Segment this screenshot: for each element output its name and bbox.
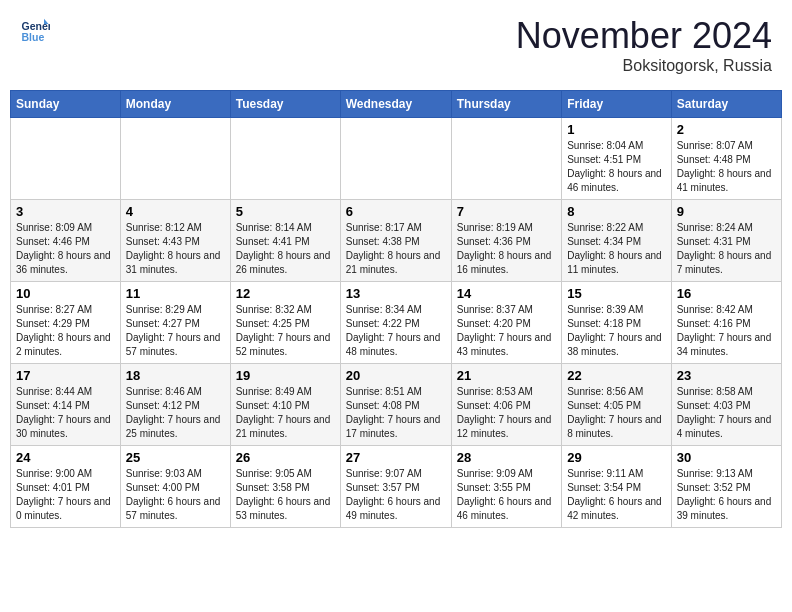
calendar-cell: 4Sunrise: 8:12 AM Sunset: 4:43 PM Daylig…	[120, 200, 230, 282]
day-info: Sunrise: 9:05 AM Sunset: 3:58 PM Dayligh…	[236, 467, 335, 523]
day-number: 10	[16, 286, 115, 301]
calendar-cell: 13Sunrise: 8:34 AM Sunset: 4:22 PM Dayli…	[340, 282, 451, 364]
calendar-week-row: 17Sunrise: 8:44 AM Sunset: 4:14 PM Dayli…	[11, 364, 782, 446]
calendar-week-row: 10Sunrise: 8:27 AM Sunset: 4:29 PM Dayli…	[11, 282, 782, 364]
calendar-cell: 18Sunrise: 8:46 AM Sunset: 4:12 PM Dayli…	[120, 364, 230, 446]
day-info: Sunrise: 8:46 AM Sunset: 4:12 PM Dayligh…	[126, 385, 225, 441]
calendar-cell	[11, 118, 121, 200]
day-info: Sunrise: 8:17 AM Sunset: 4:38 PM Dayligh…	[346, 221, 446, 277]
day-number: 22	[567, 368, 666, 383]
day-info: Sunrise: 9:09 AM Sunset: 3:55 PM Dayligh…	[457, 467, 556, 523]
calendar-header-row: SundayMondayTuesdayWednesdayThursdayFrid…	[11, 91, 782, 118]
calendar-cell: 24Sunrise: 9:00 AM Sunset: 4:01 PM Dayli…	[11, 446, 121, 528]
day-number: 11	[126, 286, 225, 301]
day-number: 18	[126, 368, 225, 383]
day-info: Sunrise: 8:32 AM Sunset: 4:25 PM Dayligh…	[236, 303, 335, 359]
day-number: 6	[346, 204, 446, 219]
day-number: 29	[567, 450, 666, 465]
page-header: General Blue November 2024 Boksitogorsk,…	[10, 10, 782, 80]
day-info: Sunrise: 8:29 AM Sunset: 4:27 PM Dayligh…	[126, 303, 225, 359]
day-number: 2	[677, 122, 776, 137]
calendar-cell: 23Sunrise: 8:58 AM Sunset: 4:03 PM Dayli…	[671, 364, 781, 446]
day-number: 7	[457, 204, 556, 219]
calendar-cell: 27Sunrise: 9:07 AM Sunset: 3:57 PM Dayli…	[340, 446, 451, 528]
day-info: Sunrise: 8:09 AM Sunset: 4:46 PM Dayligh…	[16, 221, 115, 277]
calendar-cell: 22Sunrise: 8:56 AM Sunset: 4:05 PM Dayli…	[562, 364, 672, 446]
day-info: Sunrise: 9:13 AM Sunset: 3:52 PM Dayligh…	[677, 467, 776, 523]
day-number: 27	[346, 450, 446, 465]
day-number: 15	[567, 286, 666, 301]
svg-text:Blue: Blue	[22, 31, 45, 43]
title-section: November 2024 Boksitogorsk, Russia	[516, 15, 772, 75]
calendar-cell: 26Sunrise: 9:05 AM Sunset: 3:58 PM Dayli…	[230, 446, 340, 528]
calendar-cell: 16Sunrise: 8:42 AM Sunset: 4:16 PM Dayli…	[671, 282, 781, 364]
column-header-friday: Friday	[562, 91, 672, 118]
day-number: 26	[236, 450, 335, 465]
day-number: 3	[16, 204, 115, 219]
day-info: Sunrise: 8:27 AM Sunset: 4:29 PM Dayligh…	[16, 303, 115, 359]
day-info: Sunrise: 8:22 AM Sunset: 4:34 PM Dayligh…	[567, 221, 666, 277]
day-info: Sunrise: 8:44 AM Sunset: 4:14 PM Dayligh…	[16, 385, 115, 441]
column-header-saturday: Saturday	[671, 91, 781, 118]
day-info: Sunrise: 8:58 AM Sunset: 4:03 PM Dayligh…	[677, 385, 776, 441]
calendar-cell: 5Sunrise: 8:14 AM Sunset: 4:41 PM Daylig…	[230, 200, 340, 282]
day-number: 17	[16, 368, 115, 383]
day-number: 21	[457, 368, 556, 383]
calendar-cell	[120, 118, 230, 200]
calendar-cell: 17Sunrise: 8:44 AM Sunset: 4:14 PM Dayli…	[11, 364, 121, 446]
calendar-cell: 14Sunrise: 8:37 AM Sunset: 4:20 PM Dayli…	[451, 282, 561, 364]
day-number: 16	[677, 286, 776, 301]
day-info: Sunrise: 8:51 AM Sunset: 4:08 PM Dayligh…	[346, 385, 446, 441]
calendar-cell: 11Sunrise: 8:29 AM Sunset: 4:27 PM Dayli…	[120, 282, 230, 364]
day-number: 1	[567, 122, 666, 137]
day-info: Sunrise: 8:56 AM Sunset: 4:05 PM Dayligh…	[567, 385, 666, 441]
calendar-cell: 15Sunrise: 8:39 AM Sunset: 4:18 PM Dayli…	[562, 282, 672, 364]
calendar-cell: 7Sunrise: 8:19 AM Sunset: 4:36 PM Daylig…	[451, 200, 561, 282]
calendar-week-row: 3Sunrise: 8:09 AM Sunset: 4:46 PM Daylig…	[11, 200, 782, 282]
day-number: 25	[126, 450, 225, 465]
day-info: Sunrise: 8:37 AM Sunset: 4:20 PM Dayligh…	[457, 303, 556, 359]
calendar-week-row: 1Sunrise: 8:04 AM Sunset: 4:51 PM Daylig…	[11, 118, 782, 200]
day-number: 4	[126, 204, 225, 219]
calendar-cell	[451, 118, 561, 200]
day-number: 24	[16, 450, 115, 465]
calendar-cell: 25Sunrise: 9:03 AM Sunset: 4:00 PM Dayli…	[120, 446, 230, 528]
day-number: 19	[236, 368, 335, 383]
day-info: Sunrise: 8:49 AM Sunset: 4:10 PM Dayligh…	[236, 385, 335, 441]
day-info: Sunrise: 9:03 AM Sunset: 4:00 PM Dayligh…	[126, 467, 225, 523]
calendar-cell	[340, 118, 451, 200]
logo-icon: General Blue	[20, 15, 50, 45]
calendar-cell: 30Sunrise: 9:13 AM Sunset: 3:52 PM Dayli…	[671, 446, 781, 528]
day-number: 23	[677, 368, 776, 383]
logo: General Blue	[20, 15, 50, 45]
day-info: Sunrise: 8:14 AM Sunset: 4:41 PM Dayligh…	[236, 221, 335, 277]
day-number: 12	[236, 286, 335, 301]
day-info: Sunrise: 8:07 AM Sunset: 4:48 PM Dayligh…	[677, 139, 776, 195]
column-header-thursday: Thursday	[451, 91, 561, 118]
day-number: 9	[677, 204, 776, 219]
calendar-cell: 12Sunrise: 8:32 AM Sunset: 4:25 PM Dayli…	[230, 282, 340, 364]
day-info: Sunrise: 8:24 AM Sunset: 4:31 PM Dayligh…	[677, 221, 776, 277]
column-header-tuesday: Tuesday	[230, 91, 340, 118]
calendar-cell: 21Sunrise: 8:53 AM Sunset: 4:06 PM Dayli…	[451, 364, 561, 446]
day-info: Sunrise: 9:11 AM Sunset: 3:54 PM Dayligh…	[567, 467, 666, 523]
day-number: 28	[457, 450, 556, 465]
calendar-cell: 29Sunrise: 9:11 AM Sunset: 3:54 PM Dayli…	[562, 446, 672, 528]
day-info: Sunrise: 8:04 AM Sunset: 4:51 PM Dayligh…	[567, 139, 666, 195]
calendar-cell: 2Sunrise: 8:07 AM Sunset: 4:48 PM Daylig…	[671, 118, 781, 200]
calendar-cell: 1Sunrise: 8:04 AM Sunset: 4:51 PM Daylig…	[562, 118, 672, 200]
day-number: 14	[457, 286, 556, 301]
day-info: Sunrise: 8:19 AM Sunset: 4:36 PM Dayligh…	[457, 221, 556, 277]
calendar-cell: 8Sunrise: 8:22 AM Sunset: 4:34 PM Daylig…	[562, 200, 672, 282]
column-header-monday: Monday	[120, 91, 230, 118]
calendar-cell: 19Sunrise: 8:49 AM Sunset: 4:10 PM Dayli…	[230, 364, 340, 446]
calendar-week-row: 24Sunrise: 9:00 AM Sunset: 4:01 PM Dayli…	[11, 446, 782, 528]
calendar-cell: 3Sunrise: 8:09 AM Sunset: 4:46 PM Daylig…	[11, 200, 121, 282]
day-info: Sunrise: 8:53 AM Sunset: 4:06 PM Dayligh…	[457, 385, 556, 441]
day-info: Sunrise: 8:34 AM Sunset: 4:22 PM Dayligh…	[346, 303, 446, 359]
day-number: 20	[346, 368, 446, 383]
calendar-cell: 10Sunrise: 8:27 AM Sunset: 4:29 PM Dayli…	[11, 282, 121, 364]
day-info: Sunrise: 8:39 AM Sunset: 4:18 PM Dayligh…	[567, 303, 666, 359]
day-number: 8	[567, 204, 666, 219]
day-number: 5	[236, 204, 335, 219]
